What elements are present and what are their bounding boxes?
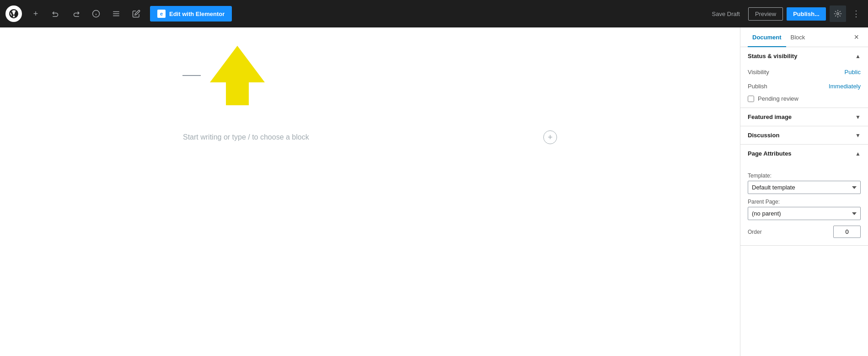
- save-draft-button[interactable]: Save Draft: [707, 8, 745, 20]
- featured-image-section: Featured image ▼: [740, 108, 868, 126]
- editor-area[interactable]: Start writing or type / to choose a bloc…: [0, 27, 740, 356]
- publish-value[interactable]: Immediately: [829, 83, 861, 90]
- more-options-button[interactable]: ⋮: [850, 5, 863, 22]
- featured-image-header[interactable]: Featured image ▼: [740, 108, 868, 126]
- wordpress-logo[interactable]: [5, 5, 22, 22]
- discussion-section: Discussion ▼: [740, 126, 868, 145]
- publish-row: Publish Immediately: [740, 79, 868, 93]
- page-attributes-header[interactable]: Page Attributes ▲: [740, 145, 868, 162]
- block-placeholder[interactable]: Start writing or type / to choose a bloc…: [182, 124, 557, 151]
- preview-button[interactable]: Preview: [748, 7, 783, 21]
- pending-review-label: Pending review: [758, 95, 798, 102]
- undo-button[interactable]: [48, 5, 64, 22]
- tab-document[interactable]: Document: [748, 27, 786, 47]
- arrow-head: [210, 46, 265, 82]
- status-visibility-section: Status & visibility ▲ Visibility Public …: [740, 47, 868, 108]
- status-chevron-up-icon: ▲: [855, 53, 861, 59]
- title-block: [182, 46, 557, 105]
- pending-review-row: Pending review: [740, 93, 868, 108]
- order-row: Order: [748, 226, 861, 238]
- visibility-row: Visibility Public: [740, 65, 868, 79]
- page-attributes-section: Page Attributes ▲ Template: Default temp…: [740, 145, 868, 246]
- main-layout: Start writing or type / to choose a bloc…: [0, 27, 868, 356]
- arrow-body: [226, 82, 249, 105]
- editor-content: Start writing or type / to choose a bloc…: [182, 46, 557, 151]
- featured-image-title: Featured image: [748, 113, 792, 120]
- publish-button[interactable]: Publish...: [787, 7, 826, 21]
- add-block-inline-button[interactable]: +: [543, 130, 557, 144]
- visibility-value[interactable]: Public: [845, 69, 861, 76]
- discussion-title: Discussion: [748, 132, 779, 139]
- page-attributes-body: Template: Default template Full Width El…: [740, 162, 868, 245]
- page-attributes-chevron-up-icon: ▲: [855, 151, 861, 157]
- svg-point-6: [837, 13, 839, 15]
- info-button[interactable]: [88, 5, 104, 22]
- edit-with-elementor-button[interactable]: e Edit with Elementor: [150, 6, 232, 22]
- template-select[interactable]: Default template Full Width Elementor Ca…: [748, 181, 861, 194]
- title-divider: [182, 75, 201, 76]
- featured-image-chevron-down-icon: ▼: [855, 114, 861, 120]
- order-label: Order: [748, 229, 762, 235]
- right-panel: Document Block × Status & visibility ▲ V…: [740, 27, 868, 356]
- tools-button[interactable]: [128, 5, 145, 22]
- discussion-chevron-down-icon: ▼: [855, 132, 861, 139]
- settings-button[interactable]: [830, 5, 846, 22]
- panel-close-button[interactable]: ×: [852, 32, 861, 42]
- toolbar-right: Save Draft Preview Publish... ⋮: [707, 5, 863, 22]
- discussion-header[interactable]: Discussion ▼: [740, 126, 868, 144]
- parent-page-label: Parent Page:: [748, 199, 861, 205]
- pending-review-checkbox[interactable]: [748, 96, 754, 102]
- redo-button[interactable]: [68, 5, 84, 22]
- status-visibility-header[interactable]: Status & visibility ▲: [740, 47, 868, 65]
- elementor-button-label: Edit with Elementor: [169, 11, 225, 17]
- panel-tabs: Document Block ×: [740, 27, 868, 47]
- toolbar: + e Edit with Elementor Save Draft Previ…: [0, 0, 868, 27]
- tab-block[interactable]: Block: [786, 27, 810, 47]
- order-input[interactable]: [833, 226, 861, 238]
- template-label: Template:: [748, 173, 861, 179]
- yellow-arrow-image: [210, 46, 265, 105]
- publish-label: Publish: [748, 83, 767, 90]
- status-visibility-title: Status & visibility: [748, 53, 797, 59]
- list-view-button[interactable]: [108, 5, 124, 22]
- page-attributes-title: Page Attributes: [748, 150, 792, 157]
- parent-page-select[interactable]: (no parent) Sample Page: [748, 207, 861, 220]
- add-block-toolbar-button[interactable]: +: [27, 5, 44, 22]
- elementor-icon: e: [157, 10, 166, 18]
- visibility-label: Visibility: [748, 69, 769, 76]
- placeholder-text: Start writing or type / to choose a bloc…: [183, 133, 309, 141]
